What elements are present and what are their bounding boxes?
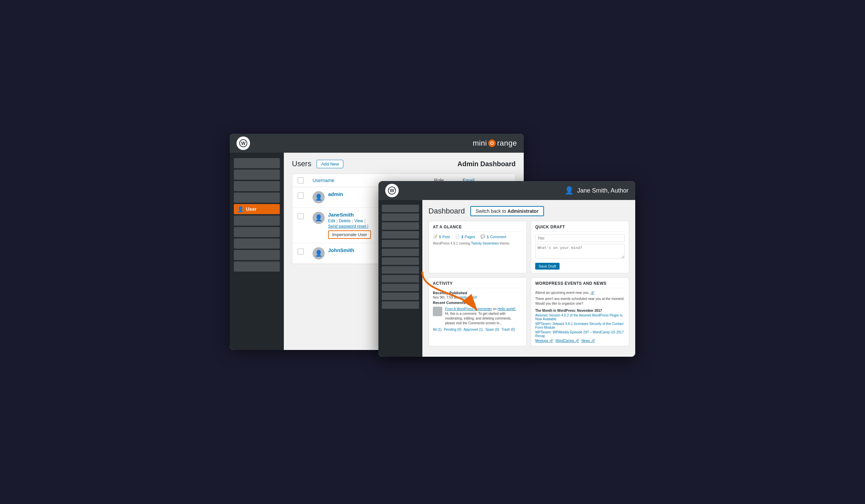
user-top-bar: W 👤 Jane Smith, Author <box>378 181 635 200</box>
sidebar-item-8 <box>234 238 280 249</box>
sidebar-item-2 <box>234 169 280 180</box>
comment-count: 1 <box>487 235 488 239</box>
header-checkbox[interactable] <box>298 177 304 184</box>
user-details: JohnSmith <box>328 247 355 253</box>
avatar: 👤 <box>313 247 325 259</box>
comment-filters: All (1) Pending (0) Approved (1) Spam (0… <box>433 328 522 331</box>
user-main-content: Dashboard Switch back to Administrator A… <box>378 200 635 357</box>
delete-link[interactable]: Delete <box>339 219 351 223</box>
recent-comments-label: Recent Comments <box>433 301 522 305</box>
user-icon: 👤 <box>237 206 244 212</box>
filter-trash[interactable]: Trash (0) <box>501 328 515 331</box>
pages-label: Pages <box>465 235 475 239</box>
glance-comments: 💬 1 Comment <box>481 234 506 239</box>
user-sidebar <box>378 200 422 357</box>
filter-all[interactable]: All (1) <box>433 328 442 331</box>
front-sidebar-item-9 <box>382 275 419 282</box>
news-item-3: WPTavern: Jetpack 5.6.1 Increases Securi… <box>535 322 625 329</box>
wp-logo: W <box>237 137 250 150</box>
attend-text: Attend an upcoming event near you. <box>535 291 590 295</box>
avatar: 👤 <box>313 212 325 224</box>
pages-count: 2 <box>461 235 463 239</box>
user-details: JaneSmith Edit | Delete | View | <box>328 212 371 239</box>
dashboard-label: Admin Dashboard <box>458 160 516 168</box>
sidebar-item-6 <box>234 215 280 226</box>
row-checkbox[interactable] <box>298 192 304 199</box>
row-checkbox[interactable] <box>298 249 304 255</box>
front-sidebar-item-7 <box>382 257 419 265</box>
save-draft-button[interactable]: Save Draft <box>535 263 560 270</box>
front-sidebar-item-4 <box>382 231 419 238</box>
row-check <box>298 191 306 199</box>
front-sidebar-item-2 <box>382 213 419 221</box>
sidebar-item-user[interactable]: 👤 User <box>234 204 280 214</box>
front-sidebar-item-5 <box>382 240 419 247</box>
dashboard-header: Dashboard Switch back to Administrator <box>428 206 629 216</box>
username[interactable]: admin <box>328 191 343 197</box>
front-sidebar-item-12 <box>382 301 419 309</box>
theme-suffix: theme. <box>500 242 510 245</box>
news-item-4: WPTavern: WPWeekly Episode 297 – WordCam… <box>535 330 625 338</box>
wp-events-none: There aren't any events scheduled near y… <box>535 296 625 306</box>
row-check <box>298 247 306 255</box>
wp-events-title: WordPress Events and News <box>535 281 625 288</box>
published-item: Nov 9th, 7:59 am Hello world! <box>433 296 522 299</box>
avatar: 👤 <box>313 191 325 203</box>
comment-icon: 💬 <box>481 234 485 239</box>
glance-posts: 📝 1 Post <box>433 234 450 239</box>
svg-text:W: W <box>241 141 246 146</box>
sidebar-item-1 <box>234 158 280 168</box>
meetups-link[interactable]: Meetups 🔗 <box>535 339 553 342</box>
sidebar-item-7 <box>234 227 280 237</box>
admin-sidebar: 👤 User <box>230 153 284 350</box>
switch-back-admin: Administrator <box>508 208 539 214</box>
glance-items: 📝 1 Post 📄 2 Pages 💬 1 <box>433 234 522 239</box>
switch-back-button[interactable]: Switch back to Administrator <box>470 206 544 216</box>
username[interactable]: JaneSmith <box>328 212 371 218</box>
at-a-glance-widget: At a Glance 📝 1 Post 📄 2 Pages <box>428 221 527 273</box>
comment-avatar <box>433 307 442 316</box>
news-link[interactable]: News 🔗 <box>581 339 595 342</box>
svg-text:W: W <box>390 188 394 193</box>
recently-published-label: Recently Published <box>433 291 522 295</box>
impersonate-button[interactable]: Impersonate User <box>328 230 371 239</box>
draft-title-input[interactable] <box>535 234 625 242</box>
front-sidebar-item-3 <box>382 222 419 230</box>
comment-text: From A WordPress Commenter on Hello worl… <box>445 307 522 326</box>
add-new-button[interactable]: Add New <box>316 160 343 168</box>
switch-back-label: Switch back to <box>476 208 506 214</box>
theme-link[interactable]: Twenty Seventeen <box>471 242 499 245</box>
front-sidebar-item-8 <box>382 266 419 274</box>
admin-top-bar: W miniOrange <box>230 134 524 153</box>
post-count: 1 <box>439 235 441 239</box>
comment-post-link[interactable]: Hello world!: <box>497 307 516 311</box>
activity-title: Activity <box>433 281 522 288</box>
post-icon: 📝 <box>433 234 438 239</box>
glance-title: At a Glance <box>433 225 522 232</box>
sidebar-item-9 <box>234 250 280 260</box>
front-sidebar-item-10 <box>382 284 419 291</box>
filter-spam[interactable]: Spam (0) <box>485 328 499 331</box>
glance-footer: WordPress 4.9.1 running Twenty Seventeen… <box>433 242 522 245</box>
draft-body-input[interactable] <box>535 244 625 259</box>
edit-link[interactable]: Edit <box>328 219 335 223</box>
published-post-link[interactable]: Hello world! <box>460 296 477 299</box>
username[interactable]: JohnSmith <box>328 247 355 253</box>
activity-section: Recently Published Nov 9th, 7:59 am Hell… <box>433 291 522 331</box>
post-label: Post <box>442 235 450 239</box>
send-password-link[interactable]: Send password reset | <box>328 224 371 229</box>
news-links: Meetups 🔗 WordCamps 🔗 News 🔗 <box>535 339 625 342</box>
row-check <box>298 212 306 219</box>
attend-link[interactable]: 🔗 <box>590 291 595 295</box>
view-link[interactable]: View <box>355 219 363 223</box>
filter-pending[interactable]: Pending (0) <box>444 328 462 331</box>
sidebar-item-10 <box>234 261 280 272</box>
published-date: Nov 9th, 7:59 am <box>433 296 459 299</box>
comment-from-link[interactable]: From A WordPress Commenter <box>445 307 492 311</box>
wordcamps-link[interactable]: WordCamps 🔗 <box>555 339 579 342</box>
activity-widget: Activity Recently Published Nov 9th, 7:5… <box>428 277 527 346</box>
content-header: Users Add New Admin Dashboard <box>292 160 516 168</box>
filter-approved[interactable]: Approved (1) <box>464 328 483 331</box>
row-checkbox[interactable] <box>298 213 304 219</box>
user-details: admin <box>328 191 343 197</box>
